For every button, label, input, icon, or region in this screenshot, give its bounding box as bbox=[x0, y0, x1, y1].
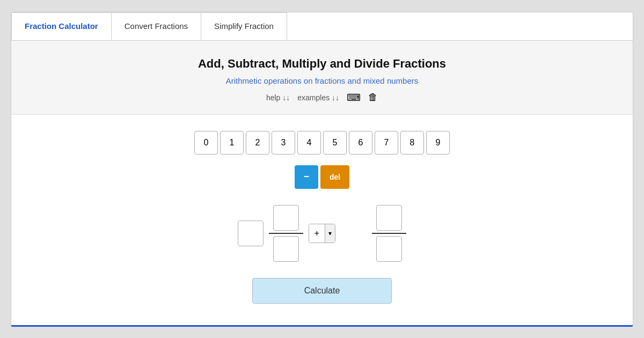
key-3[interactable]: 3 bbox=[272, 131, 295, 155]
help-row: help ↓↓ examples ↓↓ ⌨ 🗑 bbox=[22, 92, 622, 104]
calculator-area: 0 1 2 3 4 5 6 7 8 9 − del bbox=[11, 115, 633, 325]
minus-label: − bbox=[304, 171, 310, 182]
number-keys: 0 1 2 3 4 5 6 7 8 9 bbox=[194, 131, 450, 155]
fraction-input-row: + ▾ bbox=[238, 205, 406, 262]
key-6[interactable]: 6 bbox=[349, 131, 372, 155]
whole-number-1-input[interactable] bbox=[238, 221, 264, 246]
key-5[interactable]: 5 bbox=[323, 131, 347, 155]
header-section: Add, Subtract, Multiply and Divide Fract… bbox=[11, 41, 633, 115]
help-link[interactable]: help ↓↓ bbox=[266, 93, 290, 102]
tab-simplify-fraction[interactable]: Simplify Fraction bbox=[201, 12, 287, 40]
fraction-2-box bbox=[372, 205, 406, 262]
key-1[interactable]: 1 bbox=[220, 131, 244, 155]
fraction-2-line bbox=[372, 233, 406, 234]
del-key[interactable]: del bbox=[320, 165, 349, 189]
operator-select[interactable]: + ▾ bbox=[309, 224, 335, 243]
calculate-label: Calculate bbox=[304, 286, 340, 295]
tab-bar: Fraction Calculator Convert Fractions Si… bbox=[11, 12, 633, 41]
tab-convert-fractions[interactable]: Convert Fractions bbox=[111, 12, 201, 40]
chevron-down-icon: ▾ bbox=[325, 224, 335, 243]
del-label: del bbox=[330, 173, 340, 181]
minus-key[interactable]: − bbox=[295, 165, 318, 189]
action-keys: − del bbox=[295, 165, 349, 189]
key-9[interactable]: 9 bbox=[426, 131, 450, 155]
numerator-1-input[interactable] bbox=[273, 205, 299, 231]
key-0[interactable]: 0 bbox=[194, 131, 218, 155]
key-4[interactable]: 4 bbox=[297, 131, 321, 155]
tab-fraction-calculator[interactable]: Fraction Calculator bbox=[11, 12, 112, 40]
denominator-2-input[interactable] bbox=[376, 236, 402, 262]
keyboard-icon: ⌨ bbox=[347, 92, 361, 103]
operator-label: + bbox=[309, 224, 325, 243]
fraction-1-line bbox=[269, 233, 303, 234]
key-8[interactable]: 8 bbox=[400, 131, 424, 155]
key-2[interactable]: 2 bbox=[246, 131, 269, 155]
fraction-1-box bbox=[269, 205, 303, 262]
denominator-1-input[interactable] bbox=[273, 236, 299, 262]
keyboard-icon-button[interactable]: ⌨ bbox=[347, 92, 361, 104]
key-7[interactable]: 7 bbox=[375, 131, 398, 155]
main-title: Add, Subtract, Multiply and Divide Fract… bbox=[22, 57, 622, 71]
app-container: Fraction Calculator Convert Fractions Si… bbox=[11, 12, 633, 327]
trash-icon: 🗑 bbox=[368, 92, 378, 102]
numerator-2-input[interactable] bbox=[376, 205, 402, 231]
main-subtitle: Arithmetic operations on fractions and m… bbox=[22, 76, 622, 85]
examples-link[interactable]: examples ↓↓ bbox=[297, 93, 339, 102]
calculate-button[interactable]: Calculate bbox=[252, 278, 392, 304]
trash-icon-button[interactable]: 🗑 bbox=[368, 92, 378, 103]
